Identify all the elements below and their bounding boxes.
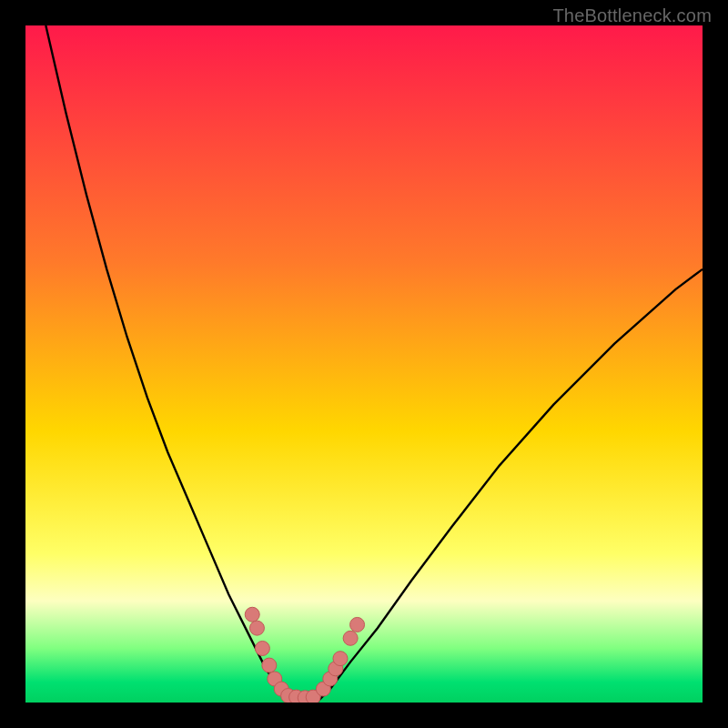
- data-marker: [333, 652, 348, 666]
- gradient-background: [25, 25, 703, 703]
- data-marker: [343, 631, 358, 645]
- data-marker: [249, 621, 264, 635]
- watermark-text: TheBottleneck.com: [552, 5, 712, 26]
- chart-plot-area: [25, 25, 703, 703]
- chart-svg: [25, 25, 703, 703]
- data-marker: [255, 641, 269, 655]
- data-marker: [262, 658, 277, 672]
- data-marker: [245, 607, 259, 622]
- data-marker: [350, 617, 365, 632]
